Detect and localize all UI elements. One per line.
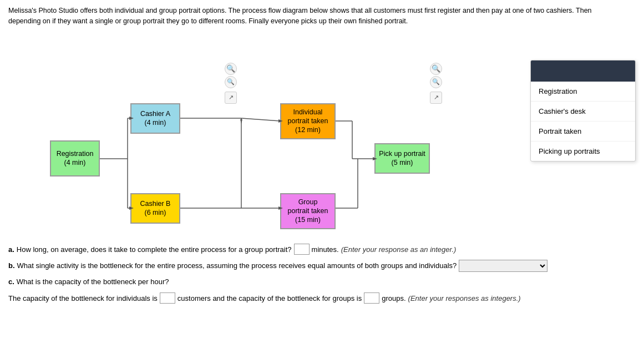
pickup-box: Pick up portrait(5 min) <box>374 143 430 174</box>
legend-header <box>531 60 635 82</box>
capacity-row: The capacity of the bottleneck for indiv… <box>8 292 636 305</box>
capacity-text1: The capacity of the bottleneck for indiv… <box>8 292 158 305</box>
questions-section: a. How long, on average, does it take to… <box>8 243 636 305</box>
zoom-controls-left: 🔍 🔍 ↗ <box>225 63 237 104</box>
capacity-input-individuals[interactable] <box>160 292 175 304</box>
q-b-text: What single activity is the bottleneck f… <box>17 259 457 272</box>
legend-item-picking[interactable]: Picking up portraits <box>531 142 635 161</box>
q-c-label: c. <box>8 275 14 288</box>
capacity-italic: (Enter your responses as integers.) <box>408 292 521 305</box>
capacity-input-groups[interactable] <box>364 292 379 304</box>
zoom-in-btn-right[interactable]: 🔍 <box>430 63 442 75</box>
q-a-italic: (Enter your response as an integer.) <box>341 243 457 256</box>
q-a-text: How long, on average, does it take to co… <box>17 243 292 256</box>
group-box: Groupportrait taken(15 min) <box>280 193 336 229</box>
cashier-b-box: Cashier B(6 min) <box>130 193 180 224</box>
diagram-area: 🔍 🔍 ↗ 🔍 🔍 ↗ Registration(4 min) Cashier … <box>8 32 636 238</box>
zoom-in-btn-left[interactable]: 🔍 <box>225 63 237 75</box>
individual-box: Individualportrait taken(12 min) <box>280 103 336 139</box>
svg-line-9 <box>241 118 280 121</box>
q-a-input[interactable] <box>294 244 310 255</box>
legend-item-registration[interactable]: Registration <box>531 82 635 102</box>
ext-link-btn-left[interactable]: ↗ <box>225 92 237 104</box>
q-a-label: a. <box>8 243 14 256</box>
legend-item-cashier[interactable]: Cashier's desk <box>531 102 635 122</box>
zoom-out-btn-right[interactable]: 🔍 <box>430 76 442 88</box>
question-a-row: a. How long, on average, does it take to… <box>8 243 636 256</box>
capacity-text2: customers and the capacity of the bottle… <box>178 292 362 305</box>
zoom-out-btn-left[interactable]: 🔍 <box>225 76 237 88</box>
q-b-select[interactable]: Registration Cashier A Cashier B Individ… <box>459 260 547 272</box>
ext-link-btn-right[interactable]: ↗ <box>430 92 442 104</box>
legend-panel: Registration Cashier's desk Portrait tak… <box>530 60 636 162</box>
svg-marker-8 <box>240 119 242 124</box>
q-b-label: b. <box>8 259 15 272</box>
q-a-unit: minutes. <box>312 243 339 256</box>
capacity-text3: groups. <box>382 292 405 305</box>
question-c-row: c. What is the capacity of the bottlenec… <box>8 275 636 288</box>
description-text: Melissa's Photo Studio offers both indiv… <box>8 6 618 27</box>
zoom-controls-right: 🔍 🔍 ↗ <box>430 63 442 104</box>
q-c-text: What is the capacity of the bottleneck p… <box>17 275 169 288</box>
cashier-a-box: Cashier A(4 min) <box>130 103 180 134</box>
legend-item-portrait[interactable]: Portrait taken <box>531 122 635 142</box>
question-b-row: b. What single activity is the bottlenec… <box>8 259 636 272</box>
registration-box: Registration(4 min) <box>50 140 100 176</box>
